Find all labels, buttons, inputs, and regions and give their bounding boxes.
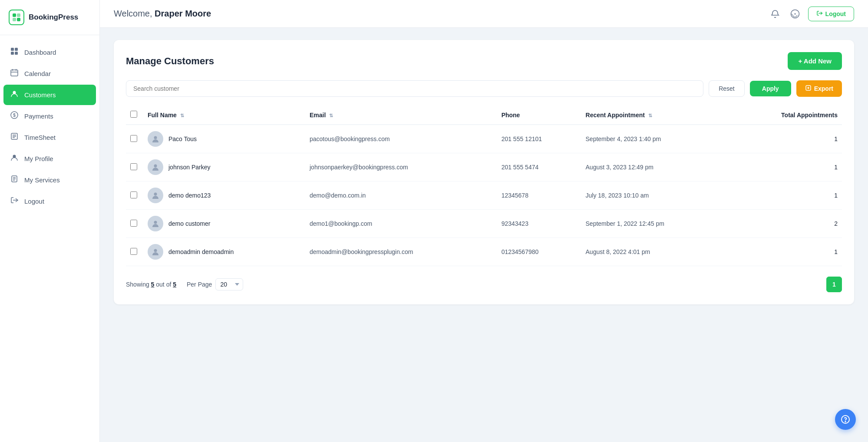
- svg-point-30: [154, 165, 157, 168]
- topbar-actions: Logout: [768, 7, 854, 21]
- table-footer: Showing 5 out of 5 Per Page 10 20 50 100…: [126, 277, 842, 292]
- svg-point-33: [154, 249, 157, 252]
- sidebar-item-timesheet-label: TimeSheet: [24, 134, 56, 141]
- customer-recent-appointment: August 8, 2022 4:01 pm: [586, 248, 650, 255]
- notifications-icon[interactable]: [768, 7, 782, 21]
- svg-text:$: $: [13, 113, 16, 118]
- my-profile-icon: [10, 154, 19, 164]
- welcome-message: Welcome, Draper Moore: [114, 9, 211, 19]
- page-1-button[interactable]: 1: [826, 277, 842, 292]
- customer-name: demo customer: [168, 220, 210, 227]
- sort-name-icon[interactable]: ⇅: [180, 113, 184, 118]
- customer-total-appointments: 1: [834, 192, 838, 199]
- topbar-logout-label: Logout: [825, 10, 846, 17]
- export-icon: [805, 85, 812, 92]
- svg-rect-1: [17, 13, 20, 17]
- sidebar-item-timesheet[interactable]: TimeSheet: [3, 127, 96, 148]
- customer-name: demoadmin demoadmin: [168, 248, 234, 255]
- app-name: BookingPress: [29, 13, 78, 22]
- sort-email-icon[interactable]: ⇅: [329, 113, 333, 118]
- export-label: Export: [814, 85, 833, 92]
- customer-phone: 12345678: [502, 192, 528, 199]
- table-row: demoadmin demoadmin demoadmin@bookingpre…: [126, 238, 842, 266]
- payments-icon: $: [10, 111, 19, 121]
- customer-total-appointments: 2: [834, 220, 838, 227]
- apply-button[interactable]: Apply: [750, 81, 791, 96]
- row-email-cell: demoadmin@bookingpressplugin.com: [305, 238, 497, 266]
- my-services-icon: [10, 175, 19, 185]
- sort-appointment-icon[interactable]: ⇅: [648, 113, 652, 118]
- card-header: Manage Customers + Add New: [126, 52, 842, 70]
- per-page-label: Per Page: [187, 281, 212, 288]
- row-email-cell: johnsonpaerkey@bookingpress.com: [305, 153, 497, 181]
- row-checkbox[interactable]: [130, 220, 137, 227]
- row-checkbox[interactable]: [130, 163, 137, 170]
- customer-total-appointments: 1: [834, 135, 838, 142]
- svg-point-35: [845, 421, 845, 422]
- avatar: [148, 131, 163, 147]
- table-row: johnson Parkey johnsonpaerkey@bookingpre…: [126, 153, 842, 181]
- svg-point-32: [154, 221, 157, 224]
- customer-recent-appointment: August 3, 2023 12:49 pm: [586, 164, 653, 171]
- customer-email: demo@demo.com.in: [310, 192, 366, 199]
- topbar: Welcome, Draper Moore Logout: [100, 0, 868, 28]
- export-button[interactable]: Export: [796, 80, 842, 97]
- sidebar-item-my-profile-label: My Profile: [24, 155, 53, 162]
- avatar: [148, 244, 163, 260]
- svg-rect-0: [13, 13, 16, 17]
- topbar-logout-button[interactable]: Logout: [808, 7, 854, 21]
- row-checkbox-cell: [126, 153, 143, 181]
- row-checkbox[interactable]: [130, 191, 137, 198]
- table-row: demo demo123 demo@demo.com.in 12345678 J…: [126, 181, 842, 210]
- avatar: [148, 188, 163, 203]
- sidebar-item-calendar[interactable]: Calendar: [3, 63, 96, 84]
- row-checkbox-cell: [126, 238, 143, 266]
- header-recent-appointment: Recent Appointment ⇅: [581, 106, 731, 125]
- svg-rect-2: [13, 18, 16, 21]
- reset-button[interactable]: Reset: [709, 80, 745, 97]
- svg-rect-8: [11, 70, 18, 76]
- sidebar-item-my-profile[interactable]: My Profile: [3, 148, 96, 169]
- timesheet-icon: [10, 132, 19, 142]
- customer-email: johnsonpaerkey@bookingpress.com: [310, 164, 408, 171]
- add-new-button[interactable]: + Add New: [788, 52, 842, 70]
- svg-point-31: [154, 193, 157, 196]
- sidebar-item-calendar-label: Calendar: [24, 70, 51, 77]
- row-phone-cell: 92343423: [497, 210, 581, 238]
- customer-phone: 92343423: [502, 220, 528, 227]
- svg-point-29: [154, 136, 157, 139]
- customer-total-appointments: 1: [834, 164, 838, 171]
- customer-name: demo demo123: [168, 192, 211, 199]
- sidebar-item-my-services[interactable]: My Services: [3, 170, 96, 190]
- sidebar-item-logout[interactable]: Logout: [3, 191, 96, 211]
- sidebar-item-customers[interactable]: Customers: [3, 85, 96, 105]
- row-phone-cell: 12345678: [497, 181, 581, 210]
- search-row: Reset Apply Export: [126, 80, 842, 97]
- sidebar-item-payments-label: Payments: [24, 112, 53, 120]
- topbar-logout-icon: [816, 10, 823, 18]
- sidebar-item-payments[interactable]: $ Payments: [3, 106, 96, 126]
- svg-rect-4: [11, 48, 14, 51]
- wordpress-icon[interactable]: [788, 7, 802, 21]
- row-checkbox[interactable]: [130, 248, 137, 255]
- sidebar-item-dashboard[interactable]: Dashboard: [3, 42, 96, 63]
- row-total-appointments-cell: 1: [731, 153, 842, 181]
- page-title: Manage Customers: [126, 56, 214, 67]
- row-checkbox[interactable]: [130, 135, 137, 142]
- customers-tbody: Paco Tous pacotous@bookingpress.com 201 …: [126, 125, 842, 266]
- svg-rect-7: [15, 52, 18, 55]
- per-page-select[interactable]: 10 20 50 100: [215, 278, 243, 290]
- page-content: Manage Customers + Add New Reset Apply E…: [100, 28, 868, 442]
- help-fab-button[interactable]: [835, 409, 856, 430]
- svg-rect-6: [11, 52, 14, 55]
- per-page-wrap: Per Page 10 20 50 100: [187, 278, 243, 290]
- sidebar-item-dashboard-label: Dashboard: [24, 49, 56, 56]
- sidebar-item-logout-label: Logout: [24, 198, 44, 205]
- svg-point-26: [794, 13, 795, 14]
- search-input-wrap: [126, 80, 703, 97]
- sidebar-item-customers-label: Customers: [24, 91, 56, 99]
- header-total-appointments: Total Appointments: [731, 106, 842, 125]
- select-all-checkbox[interactable]: [130, 111, 137, 118]
- search-input[interactable]: [126, 80, 703, 97]
- customer-phone: 201 555 12101: [502, 135, 542, 142]
